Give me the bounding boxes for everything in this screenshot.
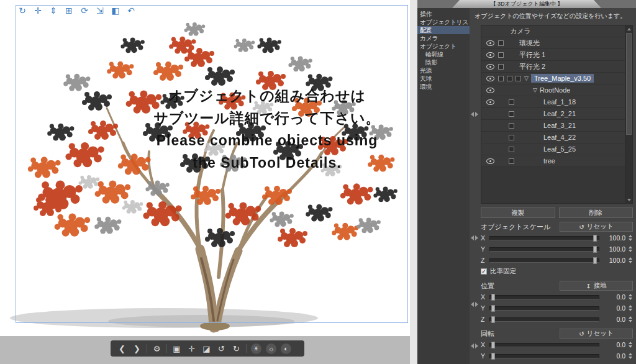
spinner-down-icon[interactable]	[629, 357, 632, 359]
row-checkbox[interactable]	[498, 40, 504, 46]
spinner-up-icon[interactable]	[629, 342, 632, 344]
scale-z-slider[interactable]	[489, 258, 599, 263]
pager-left-icon[interactable]	[471, 344, 474, 348]
slider-thumb[interactable]	[593, 257, 597, 264]
spinner-up-icon[interactable]	[629, 257, 632, 260]
pager-left-icon[interactable]	[471, 112, 474, 117]
nav-item-camera[interactable]: カメラ	[417, 34, 470, 42]
rotation-x-slider[interactable]	[489, 343, 599, 347]
orbit-camera-icon[interactable]: ↻	[17, 6, 27, 16]
visibility-eye-icon[interactable]	[486, 40, 494, 46]
visibility-eye-icon[interactable]	[486, 76, 494, 81]
row-checkbox[interactable]	[507, 76, 512, 81]
expander-icon[interactable]: ▽	[524, 75, 529, 81]
spinner-down-icon[interactable]	[629, 320, 632, 322]
slider-thumb[interactable]	[593, 246, 597, 253]
object-row-leaf-2[interactable]: Leaf_2_21	[481, 108, 625, 120]
reset-view-icon[interactable]: ↶	[126, 6, 136, 16]
light-source-1-icon[interactable]: ☀	[251, 344, 261, 354]
rotate-ccw-icon[interactable]: ↺	[216, 344, 227, 354]
object-row-tree-mesh[interactable]: tree	[481, 155, 625, 167]
nav-item-light[interactable]: 光源	[417, 66, 470, 75]
slider-thumb[interactable]	[491, 316, 495, 323]
wrench-icon[interactable]: ⚙	[152, 344, 162, 354]
dolly-camera-icon[interactable]: ⇕	[48, 6, 58, 16]
lock-ratio-checkbox[interactable]: ✓	[481, 268, 487, 275]
spinner-up-icon[interactable]	[629, 316, 632, 319]
bounding-box-icon[interactable]: ◧	[111, 6, 120, 16]
spinner-down-icon[interactable]	[629, 309, 632, 311]
visibility-eye-icon[interactable]	[486, 64, 494, 70]
slider-thumb[interactable]	[491, 294, 495, 301]
object-row-leaf-5[interactable]: Leaf_5_25	[481, 143, 625, 155]
slider-thumb[interactable]	[491, 342, 495, 348]
slider-thumb[interactable]	[491, 353, 495, 360]
rotate-object-icon[interactable]: ⟳	[80, 6, 89, 16]
camera-angle-icon[interactable]: ▣	[171, 344, 182, 354]
next-arrow-icon[interactable]: ❯	[132, 344, 142, 354]
visibility-eye-icon[interactable]	[486, 99, 494, 105]
visibility-eye-icon[interactable]	[486, 52, 494, 58]
light-source-3-icon[interactable]: ◐	[281, 344, 291, 354]
delete-button[interactable]: 削除	[559, 207, 634, 218]
spinner-up-icon[interactable]	[629, 246, 632, 248]
nav-item-skydome[interactable]: 天球	[417, 75, 470, 83]
object-row-ambient-light[interactable]: 環境光	[481, 37, 625, 49]
visibility-eye-icon[interactable]	[486, 158, 494, 164]
spinner-down-icon[interactable]	[629, 298, 632, 300]
light-source-2-icon[interactable]: ☼	[266, 344, 276, 354]
scroll-up-icon[interactable]	[625, 25, 632, 32]
scale-x-slider[interactable]	[489, 236, 599, 240]
spinner-up-icon[interactable]	[629, 235, 632, 237]
object-row-directional-light-1[interactable]: 平行光 1	[481, 49, 625, 61]
nav-item-outline[interactable]: 輪郭線	[417, 50, 470, 58]
prev-arrow-icon[interactable]: ❮	[117, 344, 127, 354]
spinner-up-icon[interactable]	[629, 294, 632, 296]
pan-view-icon[interactable]: ✛	[186, 344, 197, 354]
translate-object-icon[interactable]: ⊞	[64, 6, 74, 16]
scale-object-icon[interactable]: ⇲	[95, 6, 105, 16]
spinner-up-icon[interactable]	[629, 305, 632, 307]
pager-right-icon[interactable]	[475, 344, 478, 348]
row-checkbox[interactable]	[498, 52, 504, 58]
nav-item-environment[interactable]: 環境	[417, 83, 470, 91]
nav-item-object[interactable]: オブジェクト	[417, 42, 470, 50]
slider-thumb[interactable]	[491, 305, 495, 312]
ground-shadow-icon[interactable]: ◪	[201, 344, 212, 354]
pager-left-icon[interactable]	[471, 235, 474, 240]
scrollbar-track[interactable]	[625, 32, 632, 196]
position-z-slider[interactable]	[489, 317, 599, 322]
spinner-down-icon[interactable]	[629, 250, 632, 252]
scrollbar-thumb[interactable]	[626, 33, 632, 135]
position-x-slider[interactable]	[489, 295, 599, 299]
position-y-slider[interactable]	[489, 306, 599, 311]
scale-reset-button[interactable]: ↺ リセット	[560, 222, 633, 232]
visibility-eye-icon[interactable]	[486, 88, 494, 93]
slider-thumb[interactable]	[593, 235, 597, 242]
object-row-leaf-4[interactable]: Leaf_4_22	[481, 132, 625, 143]
row-checkbox[interactable]	[498, 76, 504, 81]
row-checkbox[interactable]	[509, 135, 514, 140]
row-checkbox[interactable]	[498, 64, 504, 70]
spinner-up-icon[interactable]	[629, 353, 632, 355]
row-checkbox[interactable]	[509, 111, 514, 117]
duplicate-button[interactable]: 複製	[481, 207, 555, 218]
nav-item-placement[interactable]: 配置	[417, 26, 470, 34]
pager-left-icon[interactable]	[471, 302, 474, 307]
object-row-leaf-1[interactable]: Leaf_1_18	[481, 96, 625, 108]
3d-viewport[interactable]: ↻ ✛ ⇕ ⊞ ⟳ ⇲ ◧ ↶ オブジェクトの組み合わせは サブツール詳細で行っ…	[0, 0, 410, 364]
scale-y-slider[interactable]	[489, 247, 599, 252]
row-checkbox[interactable]	[509, 158, 514, 164]
pager-right-icon[interactable]	[475, 235, 478, 240]
nav-item-shading[interactable]: 陰影	[417, 58, 470, 66]
nav-item-object-list[interactable]: オブジェクトリスト	[417, 18, 470, 26]
spinner-down-icon[interactable]	[629, 345, 632, 348]
object-row-camera[interactable]: カメラ	[481, 25, 625, 37]
expander-icon[interactable]: ▽	[533, 87, 537, 93]
scroll-down-icon[interactable]	[625, 196, 632, 203]
pager-right-icon[interactable]	[475, 302, 478, 307]
rotation-y-slider[interactable]	[489, 354, 599, 358]
spinner-down-icon[interactable]	[629, 261, 632, 263]
object-row-directional-light-2[interactable]: 平行光 2	[481, 61, 625, 73]
spinner-down-icon[interactable]	[629, 239, 632, 241]
